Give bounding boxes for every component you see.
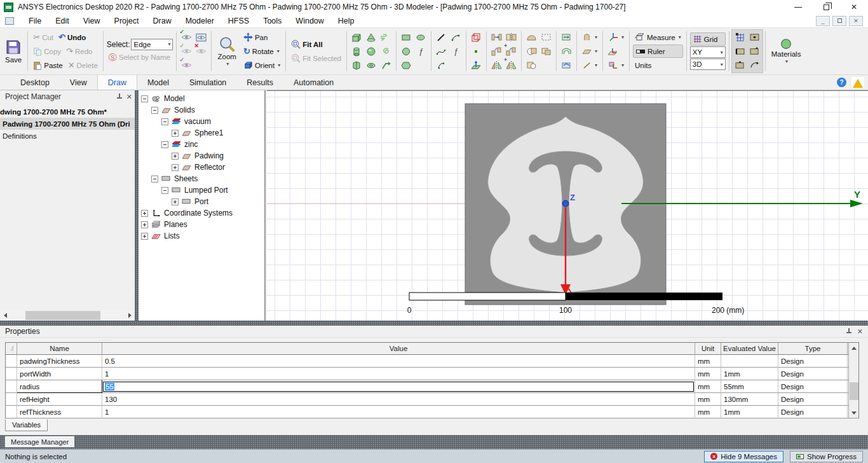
close-panel-icon[interactable]: ✕	[126, 93, 132, 101]
message-manager-bar[interactable]: Message Manager	[0, 435, 868, 449]
draw-cone-button[interactable]	[365, 31, 378, 44]
hide-messages-button[interactable]: x Hide 9 Messages	[704, 451, 783, 462]
subtract-button[interactable]	[525, 45, 538, 58]
cell-value[interactable]: 0.5	[102, 355, 695, 368]
split-button[interactable]	[525, 59, 538, 72]
tree-node-reflector[interactable]: Reflector	[140, 162, 264, 173]
snap-face-button[interactable]	[748, 45, 761, 58]
column-header-evaluated-value[interactable]: Evaluated Value	[721, 343, 778, 355]
cell-name[interactable]: refHeight	[17, 393, 102, 406]
menu-help[interactable]: Help	[331, 15, 362, 27]
menu-edit[interactable]: Edit	[48, 15, 76, 27]
snap-center-button[interactable]	[733, 59, 747, 72]
child-minimize-button[interactable]: _	[816, 16, 830, 26]
draw-spline-button[interactable]	[435, 45, 448, 58]
paste-button[interactable]: Paste	[31, 59, 64, 72]
draw-arc-3point-button[interactable]	[449, 31, 463, 44]
tree-node-lists[interactable]: Lists	[140, 230, 264, 242]
intersect-button[interactable]	[539, 45, 553, 58]
menu-view[interactable]: View	[76, 15, 107, 27]
cell-unit[interactable]: mm	[695, 355, 721, 368]
duplicate-around-axis-clone-button[interactable]: +	[505, 45, 518, 58]
hide-selected-button[interactable]: ✕	[194, 45, 208, 58]
duplicate-along-line-button[interactable]	[490, 31, 503, 44]
help-icon[interactable]: ?	[837, 78, 846, 87]
draw-regular-polygon-button[interactable]	[400, 59, 413, 72]
tree-node-port[interactable]: Port	[140, 196, 264, 207]
tab-view[interactable]: View	[60, 75, 97, 90]
tree-node-sheets[interactable]: Sheets	[140, 173, 264, 184]
expand-toggle[interactable]	[141, 221, 148, 228]
snap-edge-button[interactable]	[733, 45, 747, 58]
menu-file[interactable]: File	[22, 15, 48, 27]
grid-button[interactable]: Grid	[690, 32, 726, 46]
expand-toggle[interactable]	[172, 130, 179, 137]
tab-results[interactable]: Results	[236, 75, 283, 90]
draw-box-button[interactable]	[350, 31, 363, 44]
project-item-definitions[interactable]: Definitions	[0, 130, 135, 142]
draw-torus-button[interactable]	[365, 59, 378, 72]
cut-button[interactable]: ✂Cut	[31, 31, 55, 44]
column-header-unit[interactable]: Unit	[695, 343, 721, 355]
mirror-button[interactable]	[490, 59, 503, 72]
show-active-button[interactable]: ✓	[180, 45, 193, 58]
scroll-down-button[interactable]	[849, 408, 859, 418]
orient-button[interactable]: Orient▾	[241, 59, 282, 72]
draw-helix-button[interactable]	[379, 31, 393, 44]
edit-cs-button[interactable]: ▾	[606, 59, 626, 72]
uncover-faces-button[interactable]	[560, 45, 573, 58]
create-face-cs-button[interactable]	[606, 45, 620, 58]
tab-simulation[interactable]: Simulation	[179, 75, 236, 90]
close-button[interactable]: ✕	[840, 0, 868, 14]
collapse-toggle[interactable]	[151, 107, 158, 114]
tab-draw[interactable]: Draw	[97, 75, 137, 90]
draw-sweep-button[interactable]	[379, 59, 393, 72]
expand-toggle[interactable]	[172, 198, 179, 205]
draw-rectangle-button[interactable]	[400, 31, 413, 44]
project-manager-hscrollbar[interactable]	[0, 310, 135, 321]
draw-line-button[interactable]	[435, 31, 448, 44]
cell-value[interactable]: 1	[102, 368, 695, 380]
restore-button[interactable]	[812, 0, 840, 14]
draw-polyhedron-button[interactable]	[350, 59, 363, 72]
redo-button[interactable]: ↷Redo	[64, 45, 94, 58]
tab-variables[interactable]: Variables	[5, 419, 48, 431]
cell-value-editing[interactable]: 55	[102, 380, 695, 393]
tab-automation[interactable]: Automation	[283, 75, 344, 90]
cell-unit[interactable]: mm	[695, 368, 721, 380]
menu-hfss[interactable]: HFSS	[221, 15, 256, 27]
draw-plane-button[interactable]	[470, 59, 483, 72]
draw-equation-curve-button[interactable]: ƒ	[449, 45, 463, 58]
cell-name[interactable]: portWidth	[17, 368, 102, 380]
expand-toggle[interactable]	[141, 210, 148, 217]
cell-name[interactable]: radius	[17, 380, 102, 393]
draw-equation-surface-button[interactable]: ƒ	[414, 45, 428, 58]
message-manager-title[interactable]: Message Manager	[5, 436, 74, 447]
unite-button[interactable]	[525, 31, 538, 44]
draw-ellipse-button[interactable]	[414, 31, 428, 44]
polyline-segment-button[interactable]: ▾	[580, 59, 599, 72]
fit-selected-button[interactable]: Fit Selected	[289, 52, 343, 65]
tree-node-planes[interactable]: Planes	[140, 219, 264, 230]
draw-cylinder-button[interactable]	[350, 45, 363, 58]
select-mode-dropdown[interactable]: Edge▾	[131, 39, 173, 50]
draw-sphere-button[interactable]	[365, 45, 378, 58]
duplicate-around-axis-button[interactable]	[490, 45, 503, 58]
tree-node-vacuum[interactable]: vacuum	[140, 116, 264, 127]
mirror-clone-button[interactable]: +	[505, 59, 518, 72]
snap-vertex-button[interactable]	[748, 31, 761, 44]
sort-column-header[interactable]	[6, 343, 17, 355]
grid-plane-dropdown[interactable]: XY▾	[690, 46, 726, 58]
menu-draw[interactable]: Draw	[146, 15, 178, 27]
select-by-name-button[interactable]: ⓈSelect by Name	[107, 51, 172, 64]
tab-desktop[interactable]: Desktop	[10, 75, 60, 90]
cell-unit[interactable]: mm	[695, 406, 721, 418]
zoom-button[interactable]: Zoom ▾	[215, 35, 238, 67]
rotate-button[interactable]: ↻Rotate▾	[241, 45, 282, 58]
materials-button[interactable]: Materials ▾	[769, 38, 804, 65]
scroll-right-button[interactable]	[125, 310, 135, 321]
scroll-up-button[interactable]	[849, 343, 859, 353]
create-relative-cs-button[interactable]: ▾	[606, 31, 626, 44]
project-item-padwing-driven[interactable]: Padwing 1700-2700 MHz 75 Ohm (Dri	[0, 118, 135, 130]
tree-node-zinc[interactable]: zinc	[140, 139, 264, 150]
